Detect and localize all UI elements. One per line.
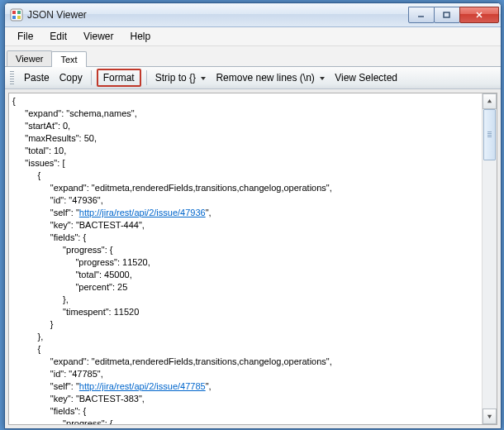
scroll-up-button[interactable] bbox=[483, 93, 497, 109]
tab-text[interactable]: Text bbox=[51, 51, 86, 67]
app-icon bbox=[10, 8, 23, 22]
json-line: "total": 10, bbox=[12, 145, 478, 157]
json-link[interactable]: http://jira/rest/api/2/issue/47785 bbox=[79, 381, 206, 391]
toolbar-grip[interactable] bbox=[10, 71, 14, 84]
json-line: "key": "BACTEST-444", bbox=[12, 219, 478, 232]
menu-bar: File Edit Viewer Help bbox=[5, 27, 501, 46]
menu-help[interactable]: Help bbox=[123, 29, 159, 44]
toolbar-copy[interactable]: Copy bbox=[55, 69, 88, 86]
toolbar-format[interactable]: Format bbox=[97, 69, 141, 87]
json-line: "expand": "schema,names", bbox=[12, 108, 478, 120]
json-line: "timespent": 11520 bbox=[12, 306, 478, 318]
json-line: }, bbox=[12, 294, 478, 306]
svg-rect-4 bbox=[17, 16, 21, 19]
json-line: "progress": { bbox=[12, 418, 478, 424]
toolbar-strip[interactable]: Strip to {} bbox=[150, 69, 212, 86]
json-line: "progress": 11520, bbox=[12, 256, 478, 269]
scroll-down-button[interactable] bbox=[483, 408, 497, 424]
json-text-area[interactable]: { "expand": "schema,names", "startAt": 0… bbox=[9, 93, 482, 424]
json-line: { bbox=[12, 343, 478, 356]
menu-edit[interactable]: Edit bbox=[42, 29, 74, 44]
svg-rect-6 bbox=[444, 12, 449, 17]
json-line: "progress": { bbox=[12, 244, 478, 256]
toolbar-remove-newlines-label: Remove new lines (\n) bbox=[216, 72, 314, 84]
chevron-down-icon bbox=[320, 77, 325, 80]
svg-rect-3 bbox=[12, 16, 16, 19]
json-line: "expand": "editmeta,renderedFields,trans… bbox=[12, 182, 478, 194]
json-line: "expand": "editmeta,renderedFields,trans… bbox=[12, 356, 478, 368]
chevron-down-icon bbox=[201, 77, 206, 80]
toolbar-separator bbox=[146, 70, 147, 85]
window-title: JSON Viewer bbox=[27, 9, 409, 21]
toolbar-view-selected[interactable]: View Selected bbox=[330, 69, 402, 86]
scroll-track[interactable] bbox=[483, 109, 497, 408]
json-link[interactable]: http://jira/rest/api/2/issue/47936 bbox=[79, 208, 206, 217]
json-line: { bbox=[12, 170, 478, 182]
svg-rect-1 bbox=[12, 11, 16, 14]
svg-marker-10 bbox=[487, 415, 492, 418]
json-line: "percent": 25 bbox=[12, 281, 478, 294]
close-button[interactable] bbox=[459, 7, 499, 23]
menu-file[interactable]: File bbox=[10, 29, 40, 44]
svg-rect-2 bbox=[17, 11, 21, 14]
json-line: "key": "BACTEST-383", bbox=[12, 393, 478, 405]
scroll-thumb[interactable] bbox=[483, 109, 496, 160]
json-line: "startAt": 0, bbox=[12, 120, 478, 132]
json-line: } bbox=[12, 318, 478, 331]
vertical-scrollbar[interactable] bbox=[482, 93, 497, 424]
tab-strip: Viewer Text bbox=[5, 46, 501, 67]
json-line: "total": 45000, bbox=[12, 269, 478, 281]
window-frame: JSON Viewer File Edit Viewer Help Viewer… bbox=[4, 2, 502, 429]
toolbar: Paste Copy Format Strip to {} Remove new… bbox=[5, 67, 501, 89]
json-line: "maxResults": 50, bbox=[12, 132, 478, 145]
json-line: "issues": [ bbox=[12, 157, 478, 170]
json-line: "self": "http://jira/rest/api/2/issue/47… bbox=[12, 207, 478, 219]
minimize-button[interactable] bbox=[408, 7, 435, 23]
toolbar-strip-label: Strip to {} bbox=[155, 72, 196, 84]
json-line: "id": "47936", bbox=[12, 194, 478, 207]
json-line: "fields": { bbox=[12, 232, 478, 244]
toolbar-paste[interactable]: Paste bbox=[19, 69, 55, 86]
json-line: "self": "http://jira/rest/api/2/issue/47… bbox=[12, 380, 478, 393]
toolbar-separator bbox=[91, 70, 92, 85]
toolbar-remove-newlines[interactable]: Remove new lines (\n) bbox=[211, 69, 330, 86]
svg-marker-9 bbox=[487, 99, 492, 103]
json-line: "fields": { bbox=[12, 405, 478, 418]
json-line: }, bbox=[12, 331, 478, 343]
text-panel: { "expand": "schema,names", "startAt": 0… bbox=[8, 93, 497, 425]
json-line: { bbox=[12, 95, 478, 108]
tab-viewer[interactable]: Viewer bbox=[7, 50, 52, 66]
title-bar[interactable]: JSON Viewer bbox=[5, 3, 501, 27]
json-line: "id": "47785", bbox=[12, 368, 478, 380]
maximize-button[interactable] bbox=[434, 7, 460, 23]
menu-viewer[interactable]: Viewer bbox=[76, 29, 121, 44]
